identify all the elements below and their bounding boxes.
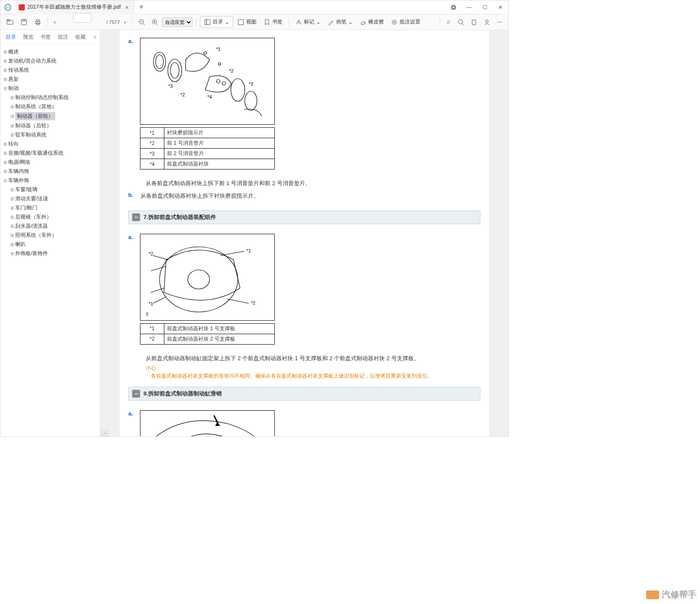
eraser-button[interactable]: 橡皮擦 xyxy=(357,17,387,27)
expand-icon[interactable]: ⊞ xyxy=(9,187,15,192)
tree-node[interactable]: ⊞转向 xyxy=(2,139,98,149)
brush-button[interactable]: 画笔⌄ xyxy=(325,17,355,27)
search-button[interactable] xyxy=(455,17,467,27)
tree-node[interactable]: ⊞音频/视频/车载通信系统 xyxy=(2,149,98,158)
open-file-button[interactable] xyxy=(4,17,16,27)
tree-node[interactable]: ⊞发动机/混合动力系统 xyxy=(2,56,98,66)
tree-node[interactable]: ⊞后视镜（车外） xyxy=(9,212,98,222)
tree-node[interactable]: ⊞悬架 xyxy=(2,75,98,84)
expand-icon[interactable]: ⊞ xyxy=(2,59,8,63)
section-header-8[interactable]: − 8.拆卸前盘式制动器制动缸滑销 xyxy=(128,387,480,401)
tree-node[interactable]: ⊞喇叭 xyxy=(9,240,98,249)
expand-icon[interactable]: ⊞ xyxy=(9,242,15,247)
expand-icon[interactable]: ⊞ xyxy=(9,233,15,238)
user-button[interactable] xyxy=(481,17,493,27)
tree-node[interactable]: ⊞刮水器/清洗器 xyxy=(9,222,98,231)
tree-node[interactable]: ⊞外饰板/装饰件 xyxy=(9,249,98,258)
tree-node[interactable]: ⊞概述 xyxy=(2,47,98,56)
favorite-button[interactable]: ☆ xyxy=(443,17,453,27)
maximize-button[interactable]: ☐ xyxy=(477,0,493,14)
clipboard-button[interactable] xyxy=(468,17,480,27)
tree-node[interactable]: ⊞驻车制动系统 xyxy=(9,130,98,139)
document-view[interactable]: a. xyxy=(100,30,508,436)
expand-icon[interactable]: ⊞ xyxy=(2,151,8,156)
section-header-7[interactable]: − 7.拆卸前盘式制动器装配组件 xyxy=(128,210,480,224)
tree-label: 发动机/混合动力系统 xyxy=(8,57,57,65)
sidebar-tab-bookmark[interactable]: 书签 xyxy=(39,33,53,42)
collapse-icon[interactable]: − xyxy=(132,390,140,398)
document-tab[interactable]: 2017年丰田威驰雅力士致炫维修手册.pdf × xyxy=(15,0,134,14)
tree-node[interactable]: ⊟制动 xyxy=(2,84,98,93)
tab-close[interactable]: × xyxy=(123,4,130,11)
expand-icon[interactable]: ⊟ xyxy=(2,86,8,91)
tree-node[interactable]: ⊞传动系统 xyxy=(2,66,98,75)
tree-node[interactable]: ⊞制动器（前轮） xyxy=(9,111,98,121)
tree-label: 传动系统 xyxy=(8,66,29,74)
step-label: b. xyxy=(128,192,133,201)
expand-icon[interactable]: ⊞ xyxy=(9,95,15,100)
expand-icon[interactable]: ⊞ xyxy=(2,77,8,82)
tree-node[interactable]: ⊞车窗/玻璃 xyxy=(9,185,98,194)
expand-icon[interactable]: ⊞ xyxy=(9,215,15,219)
expand-icon[interactable]: ⊞ xyxy=(9,104,15,109)
print-button[interactable] xyxy=(32,17,44,27)
tree-label: 制动系统（其他） xyxy=(15,103,57,110)
expand-icon[interactable]: ⊞ xyxy=(9,224,15,229)
tree-label: 外饰板/装饰件 xyxy=(15,250,48,257)
minimize-button[interactable]: — xyxy=(461,0,477,14)
more-button[interactable]: ⋯ xyxy=(494,17,505,27)
tree-node[interactable]: ⊞制动器（后轮） xyxy=(9,121,98,130)
expand-icon[interactable]: ⊞ xyxy=(9,196,15,201)
expand-icon[interactable]: ⊞ xyxy=(9,133,15,137)
expand-icon[interactable]: ⊞ xyxy=(2,160,8,165)
sidebar-tab-annotate[interactable]: 批注 xyxy=(56,33,70,42)
sidebar-tab-favorite[interactable]: 收藏 xyxy=(73,33,87,42)
sidebar-tab-toc[interactable]: 目录 xyxy=(4,33,18,42)
tree-node[interactable]: ⊞照明系统（车外） xyxy=(9,231,98,240)
tree-node[interactable]: ⊞电源/网络 xyxy=(2,158,98,167)
figure-brake-caliper: *1*2 *2*1 T xyxy=(140,234,275,321)
zoom-out-button[interactable] xyxy=(136,17,147,27)
expand-icon[interactable]: ⊞ xyxy=(2,142,8,146)
settings-icon[interactable] xyxy=(446,0,461,14)
new-tab-button[interactable]: + xyxy=(134,3,148,12)
close-window-button[interactable]: ✕ xyxy=(493,0,508,14)
tree-node[interactable]: ⊞滑动天窗/活顶 xyxy=(9,194,98,203)
toc-dropdown[interactable]: 目录 ⌄ xyxy=(200,16,233,28)
bookmark-button[interactable]: 书签 xyxy=(261,17,285,27)
tree-node[interactable]: ⊞制动系统（其他） xyxy=(9,102,98,111)
mark-button[interactable]: 标记⌄ xyxy=(293,17,323,27)
step-label: a. xyxy=(128,38,133,176)
horizontal-scrollbar[interactable]: ‹ xyxy=(102,430,507,436)
collapse-icon[interactable]: − xyxy=(132,213,140,221)
scroll-left[interactable]: ‹ xyxy=(102,430,108,436)
view-button[interactable]: 视图 xyxy=(235,17,259,27)
page-input[interactable] xyxy=(73,13,91,23)
svg-text:*3: *3 xyxy=(168,83,173,89)
zoom-mode-select[interactable]: 自适应宽 xyxy=(162,17,193,27)
expand-icon[interactable]: ⊞ xyxy=(2,68,8,73)
figure-brake-pads: *3*2 *1*2 *3*4 xyxy=(140,38,275,125)
expand-icon[interactable]: ⊞ xyxy=(9,206,15,210)
expand-icon[interactable]: ⊞ xyxy=(9,251,15,256)
sidebar-close[interactable]: × xyxy=(93,34,97,40)
tree-node[interactable]: ⊞制动控制/动态控制系统 xyxy=(9,93,98,102)
tree-node[interactable]: ⊞车门/舱门 xyxy=(9,203,98,212)
tree-node[interactable]: ⊟车辆外饰 xyxy=(2,176,98,185)
zoom-in-button[interactable] xyxy=(149,17,160,27)
tree-label: 转向 xyxy=(8,140,19,148)
tree-node[interactable]: ⊞车辆内饰 xyxy=(2,167,98,176)
expand-icon[interactable]: ⊞ xyxy=(2,169,8,174)
sidebar-icon xyxy=(204,19,211,26)
svg-text:T: T xyxy=(146,312,149,317)
batch-button[interactable]: 批注设置 xyxy=(388,17,423,27)
next-page-button[interactable]: › xyxy=(122,17,129,27)
toc-tree[interactable]: ⊞概述⊞发动机/混合动力系统⊞传动系统⊞悬架⊟制动⊞制动控制/动态控制系统⊞制动… xyxy=(0,45,100,436)
expand-icon[interactable]: ⊟ xyxy=(2,178,8,183)
expand-icon[interactable]: ⊞ xyxy=(9,123,15,128)
save-button[interactable] xyxy=(18,17,30,27)
expand-icon[interactable]: ⊞ xyxy=(2,50,8,54)
expand-icon[interactable]: ⊞ xyxy=(9,114,15,119)
sidebar-tab-preview[interactable]: 预览 xyxy=(21,33,35,42)
prev-page-button[interactable]: ‹ xyxy=(51,17,58,27)
